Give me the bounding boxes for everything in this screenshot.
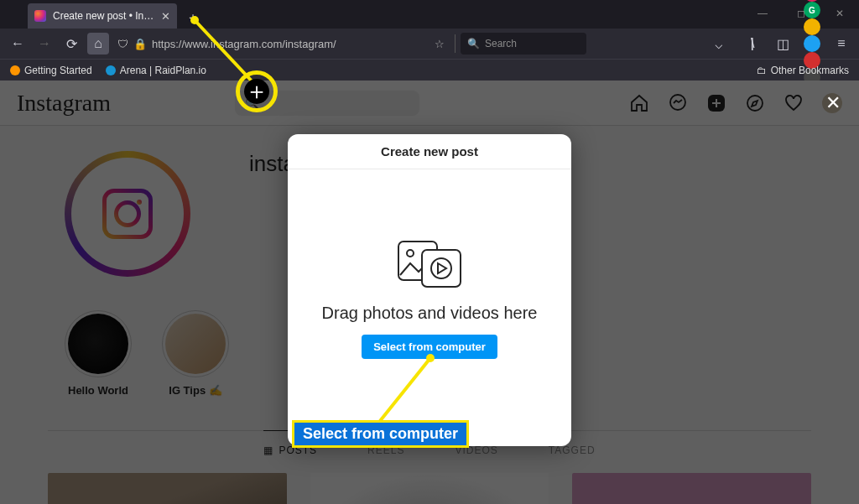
svg-rect-5	[422, 250, 461, 287]
modal-title: Create new post	[288, 134, 571, 169]
plus-icon: ＋	[244, 79, 269, 104]
extension-icon[interactable]	[804, 35, 820, 52]
lock-icon: 🔒	[133, 38, 147, 50]
address-separator	[455, 34, 456, 53]
nav-reload-button[interactable]: ⟳	[60, 33, 82, 55]
browser-tab-active[interactable]: Create new post • Instagram ✕	[28, 3, 177, 29]
window-controls: — ◻ ✕	[743, 0, 859, 27]
svg-point-4	[407, 250, 414, 257]
tab-close-icon[interactable]: ✕	[161, 10, 170, 23]
tab-title: Create new post • Instagram	[53, 10, 154, 22]
annotation-plus-callout: ＋	[236, 70, 278, 112]
modal-body[interactable]: Drag photos and videos here Select from …	[288, 169, 571, 446]
modal-close-button[interactable]: ✕	[825, 92, 841, 114]
window-close-button[interactable]: ✕	[820, 0, 859, 27]
new-tab-button[interactable]: ＋	[182, 7, 204, 29]
pocket-icon[interactable]: ⌵	[708, 33, 730, 55]
folder-icon: 🗀	[757, 65, 767, 76]
select-from-computer-button[interactable]: Select from computer	[362, 335, 497, 359]
bookmark-star-icon[interactable]: ☆	[435, 38, 445, 50]
bookmark-arena[interactable]: Arena | RaidPlan.io	[106, 65, 206, 76]
bookmark-label: Arena | RaidPlan.io	[120, 65, 206, 76]
drag-prompt-text: Drag photos and videos here	[322, 304, 538, 323]
other-bookmarks-folder[interactable]: 🗀 Other Bookmarks	[757, 65, 849, 76]
search-icon: 🔍	[467, 38, 480, 49]
media-upload-icon	[392, 236, 467, 292]
window-minimize-button[interactable]: —	[743, 0, 782, 27]
firefox-favicon	[10, 65, 20, 75]
sidebar-icon[interactable]: ◫	[772, 33, 794, 55]
bookmark-getting-started[interactable]: Getting Started	[10, 65, 92, 76]
app-menu-button[interactable]: ≡	[830, 33, 852, 55]
instagram-favicon	[34, 10, 46, 22]
nav-forward-button[interactable]: →	[34, 33, 55, 55]
nav-back-button[interactable]: ←	[7, 33, 29, 55]
search-placeholder: Search	[485, 38, 517, 49]
other-bookmarks-label: Other Bookmarks	[771, 65, 849, 76]
arena-favicon	[106, 65, 116, 75]
create-post-modal: Create new post Drag photos and videos h…	[288, 134, 571, 446]
url-field[interactable]: 🛡 🔒 https://www.instagram.com/instagram/…	[114, 38, 450, 50]
nav-home-button[interactable]: ⌂	[87, 33, 109, 55]
window-maximize-button[interactable]: ◻	[782, 0, 820, 27]
library-icon[interactable]: ||\	[740, 33, 762, 55]
bookmark-label: Getting Started	[24, 65, 92, 76]
annotation-select-callout: Select from computer	[292, 420, 469, 448]
browser-search-field[interactable]: 🔍 Search	[461, 33, 586, 55]
url-text: https://www.instagram.com/instagram/	[152, 38, 336, 50]
browser-address-bar: ← → ⟳ ⌂ 🛡 🔒 https://www.instagram.com/in…	[0, 29, 859, 59]
shield-icon: 🛡	[117, 38, 128, 50]
